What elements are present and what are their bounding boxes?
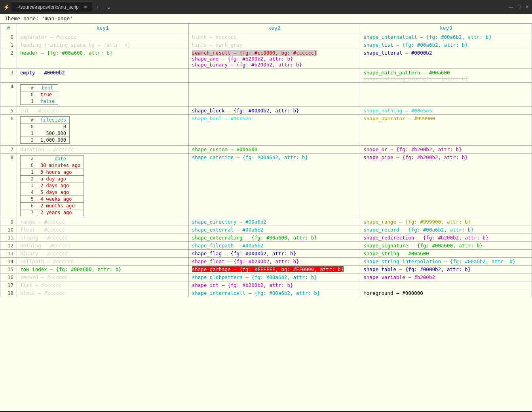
row-key2: shape_bool – #00e5e5 [188, 115, 360, 146]
row-key3: shape_redirection – {fg: #b200b2, attr: … [360, 234, 532, 242]
inner-date-table: # date 0 30 minutes ago 1 3 hours [20, 155, 84, 216]
inner-table-row: 1 3 hours ago [21, 169, 84, 176]
row-key3: shape_nothing – #00e5e5 [360, 107, 532, 115]
row-key1: range – #cccccc [17, 218, 189, 226]
search-result-highlight: search_result – {fg: #cc0000, bg: #ccccc… [192, 50, 317, 56]
table-row: 0 separator – #cccccc block – #cccccc sh… [0, 33, 532, 41]
new-tab-button[interactable]: + [94, 4, 102, 11]
row-key1-table: # bool 0 true 1 false [17, 83, 189, 107]
row-num: 2 [0, 49, 17, 69]
row-key2: hints – dark_gray [188, 41, 360, 49]
tab-close-button[interactable]: ✕ [84, 4, 87, 10]
row-key2 [188, 83, 360, 107]
close-button[interactable]: ✕ [525, 4, 529, 9]
row-key3: shape_string_interpolation – {fg: #00a6b… [360, 258, 532, 266]
inner-table-row: 0 30 minutes ago [21, 162, 84, 169]
row-num: 10 [0, 226, 17, 234]
row-key1: row_index – {fg: #00a600, attr: b} [17, 266, 189, 273]
row-key1: separator – #cccccc [17, 33, 189, 41]
row-key3: shape_or – {fg: #b200b2, attr: b} [360, 146, 532, 154]
window-controls: — □ ✕ [509, 4, 529, 9]
row-num: 12 [0, 242, 17, 250]
tab-dropdown-button[interactable]: ⌄ [104, 3, 114, 11]
table-row: 3 empty – #0000b2 shape_match_pattern – … [0, 69, 532, 83]
row-num: 5 [0, 107, 17, 115]
inner-col-num: # [21, 117, 37, 123]
inner-col-num: # [21, 85, 37, 91]
row-key2: shape_directory – #00a6b2 [188, 218, 360, 226]
theme-name-text: Theme name: 'man-page' [5, 15, 73, 21]
row-key3: shape_list – {fg: #00a6b2, attr: b} [360, 41, 532, 49]
row-key2: shape_flag – {fg: #0000b2, attr: b} [188, 250, 360, 258]
titlebar: ⚡ ~\source\repos\forks\nu_scrip ✕ + ⌄ — … [0, 0, 532, 14]
garbage-highlight: shape_garbage – {fg: #FFFFFF, bg: #FF000… [192, 266, 344, 272]
table-row: 13 binary – #cccccc shape_flag – {fg: #0… [0, 250, 532, 258]
table-row: 14 cellpath – #cccccc shape_float – {fg:… [0, 258, 532, 266]
row-key1: list – #cccccc [17, 281, 189, 289]
maximize-button[interactable]: □ [518, 4, 521, 9]
row-num: 11 [0, 234, 17, 242]
row-num: 9 [0, 218, 17, 226]
inner-table-row: 0 0 [21, 123, 70, 130]
main-content[interactable]: # key1 key2 key3 0 separator – #cccccc b… [0, 23, 532, 411]
row-key3: shape_literal – #0000b2 [360, 49, 532, 69]
row-key1-table: # filesizes 0 0 1 500,000 [17, 115, 189, 146]
row-key1: nothing – #cccccc [17, 242, 189, 250]
table-row: 18 block – #cccccc shape_internalcall – … [0, 289, 532, 297]
row-key2: shape_custom – #00a600 [188, 146, 360, 154]
tab-label: ~\source\repos\forks\nu_scrip [16, 4, 79, 10]
inner-table-row: 2 1,000,000 [21, 137, 70, 144]
col-header-key1: key1 [17, 24, 189, 33]
col-header-num: # [0, 24, 17, 33]
row-key2: shape_external – #00a6b2 [188, 226, 360, 234]
row-key2-garbage: shape_garbage – {fg: #FFFFFF, bg: #FF000… [188, 266, 360, 273]
row-key3: shape_signature – {fg: #00a600, attr: b} [360, 242, 532, 250]
row-num: 4 [0, 83, 17, 107]
row-key1-table: # date 0 30 minutes ago 1 3 hours [17, 154, 189, 218]
row-key1: header – {fg: #00a600, attr: b} [17, 49, 189, 69]
row-key2: search_result – {fg: #cc0000, bg: #ccccc… [188, 49, 360, 69]
row-key3 [360, 83, 532, 107]
table-row: 17 list – #cccccc shape_int – {fg: #b200… [0, 281, 532, 289]
row-key2: shape_block – {fg: #0000b2, attr: b} [188, 107, 360, 115]
row-num: 14 [0, 258, 17, 266]
table-row: 1 leading_trailing_space_bg – {attr: n} … [0, 41, 532, 49]
row-num: 7 [0, 146, 17, 154]
row-key1: float – #cccccc [17, 226, 189, 234]
row-key3: shape_operator – #999900 [360, 115, 532, 146]
row-key2: shape_filepath – #00a6b2 [188, 242, 360, 250]
inner-col-date: date [37, 156, 84, 162]
col-header-key3: key3 [360, 24, 532, 33]
row-key3: shape_pipe – {fg: #b200b2, attr: b} [360, 154, 532, 218]
row-key2: shape_internalcall – {fg: #00a6b2, attr:… [188, 289, 360, 297]
table-row: 8 # date 0 30 minutes ago [0, 154, 532, 218]
minimize-button[interactable]: — [509, 4, 513, 9]
terminal-icon: ⚡ [3, 4, 10, 10]
row-key3: shape_record – {fg: #00a6b2, attr: b} [360, 226, 532, 234]
row-key3: shape_string – #00a600 [360, 250, 532, 258]
row-key2: block – #cccccc [188, 33, 360, 41]
row-num: 16 [0, 273, 17, 281]
row-key2: shape_datetime – {fg: #00a6b2, attr: b} [188, 154, 360, 218]
table-row: 2 header – {fg: #00a600, attr: b} search… [0, 49, 532, 69]
inner-col-num: # [21, 156, 37, 162]
table-row: 4 # bool 0 true [0, 83, 532, 107]
row-key3: shape_range – {fg: #999900, attr: b} [360, 218, 532, 226]
table-row: 10 float – #cccccc shape_external – #00a… [0, 226, 532, 234]
col-header-key2: key2 [188, 24, 360, 33]
inner-table-row: 3 2 days ago [21, 182, 84, 189]
row-num: 13 [0, 250, 17, 258]
row-key1: binary – #cccccc [17, 250, 189, 258]
inner-table-row: 1 500,000 [21, 130, 70, 137]
inner-bool-table: # bool 0 true 1 false [20, 84, 58, 105]
row-num: 6 [0, 115, 17, 146]
row-num: 0 [0, 33, 17, 41]
table-row: 7 duration – #cccccc shape_custom – #00a… [0, 146, 532, 154]
table-row: 11 string – #cccccc shape_externalarg – … [0, 234, 532, 242]
table-row: 15 row_index – {fg: #00a600, attr: b} sh… [0, 266, 532, 273]
inner-col-bool: bool [37, 85, 58, 91]
row-key3: shape_internalcall – {fg: #00a6b2, attr:… [360, 33, 532, 41]
inner-table-row: 7 2 years ago [21, 209, 84, 216]
terminal-tab[interactable]: ~\source\repos\forks\nu_scrip ✕ [11, 2, 92, 12]
row-key3: foreground – #000000 [360, 289, 532, 297]
